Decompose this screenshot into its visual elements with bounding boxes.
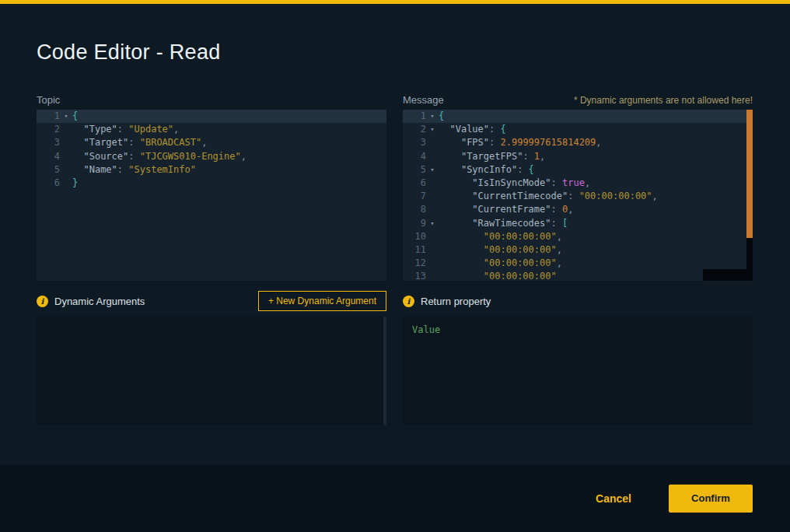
fold-arrow-icon[interactable]: ▾ (426, 110, 439, 123)
code-token: "00:00:00:00" (484, 271, 557, 281)
code-token: : (551, 218, 562, 229)
code-token: "00:00:00:00" (484, 244, 557, 255)
code-token: : (568, 191, 579, 201)
topic-section: Topic 1▾{2 "Type": "Update",3 "Target": … (37, 94, 386, 281)
code-line[interactable]: 5 "Name": "SystemInfo" (37, 163, 386, 177)
code-line[interactable]: 7 "CurrentTimecode": "00:00:00:00", (403, 190, 753, 203)
code-text: "RawTimecodes": [ (439, 217, 753, 230)
info-icon: i (37, 296, 48, 307)
code-line[interactable]: 11 "00:00:00:00", (403, 243, 753, 257)
code-text: "00:00:00:00", (439, 257, 753, 270)
code-token (439, 137, 461, 148)
code-token: [ (562, 218, 568, 229)
code-line[interactable]: 3 "FPS": 2.999997615814209, (403, 136, 753, 149)
fold-spacer (426, 136, 439, 149)
code-line[interactable]: 5▾ "SyncInfo": { (403, 163, 753, 177)
code-line[interactable]: 3 "Target": "BROADCAST", (37, 136, 386, 149)
dynamic-arguments-label: Dynamic Arguments (54, 296, 145, 307)
code-line[interactable]: 8 "CurrentFrame": 0, (403, 203, 753, 216)
code-token: , (201, 137, 207, 148)
code-token: : (551, 177, 562, 188)
cancel-button[interactable]: Cancel (591, 492, 636, 506)
code-line[interactable]: 9▾ "RawTimecodes": [ (403, 217, 753, 230)
fold-spacer (60, 177, 72, 190)
dynamic-arguments-header: i Dynamic Arguments + New Dynamic Argume… (37, 291, 386, 312)
code-text: "Value": { (439, 123, 753, 136)
message-code-editor[interactable]: 1▾{2▾ "Value": {3 "FPS": 2.9999976158142… (403, 110, 753, 281)
dynamic-arguments-note: * Dynamic arguments are not allowed here… (574, 95, 753, 106)
code-token: "IsInSyncMode" (472, 177, 551, 188)
fold-spacer (60, 136, 72, 149)
fold-arrow-icon[interactable]: ▾ (60, 110, 72, 123)
code-line[interactable]: 2 "Type": "Update", (37, 123, 386, 136)
dynamic-arguments-scrollbar[interactable] (383, 317, 386, 425)
code-token: , (652, 191, 658, 201)
code-token: : (128, 151, 139, 162)
fold-spacer (60, 163, 72, 177)
fold-spacer (426, 230, 439, 243)
line-number: 11 (403, 243, 426, 257)
line-number: 2 (37, 123, 60, 136)
code-line[interactable]: 13 "00:00:00:00" (403, 270, 753, 281)
fold-arrow-icon[interactable]: ▾ (426, 163, 439, 177)
topic-label: Topic (37, 94, 60, 106)
line-number: 4 (37, 150, 60, 163)
return-property-section: i Return property Value (403, 291, 753, 425)
code-token (439, 244, 484, 255)
code-token: "Type" (83, 124, 117, 135)
code-text: "CurrentFrame": 0, (439, 203, 753, 216)
confirm-button[interactable]: Confirm (669, 485, 753, 513)
fold-arrow-icon[interactable]: ▾ (426, 217, 439, 230)
code-text: } (72, 177, 386, 190)
code-line[interactable]: 10 "00:00:00:00", (403, 230, 753, 243)
line-number: 12 (403, 257, 426, 270)
return-property-panel[interactable]: Value (403, 317, 753, 425)
scrollbar-thumb[interactable] (746, 110, 753, 238)
code-token: : (489, 137, 500, 148)
code-text: { (72, 110, 386, 123)
line-number: 9 (403, 217, 426, 230)
code-token: , (557, 231, 562, 242)
code-line[interactable]: 6 "IsInSyncMode": true, (403, 177, 753, 190)
line-number: 5 (37, 163, 60, 177)
code-token: , (557, 257, 562, 268)
editor-vertical-scrollbar[interactable] (746, 110, 753, 281)
code-token: "00:00:00:00" (484, 257, 557, 268)
fold-spacer (426, 203, 439, 216)
code-token: "TargetFPS" (461, 151, 523, 162)
code-text: "TargetFPS": 1, (439, 150, 753, 163)
fold-arrow-icon[interactable]: ▾ (426, 123, 439, 136)
info-icon: i (403, 296, 414, 307)
code-token: "BROADCAST" (140, 137, 201, 148)
footer-bar: Cancel Confirm (0, 464, 790, 532)
code-token: : (117, 124, 128, 135)
code-token (439, 124, 449, 135)
code-line[interactable]: 4 "Source": "TJCGWS010-Engine", (37, 150, 386, 163)
code-token: "Source" (83, 151, 128, 162)
code-token (439, 151, 461, 162)
page-title: Code Editor - Read (37, 40, 221, 65)
dynamic-arguments-panel[interactable] (37, 317, 386, 425)
code-token: , (568, 204, 573, 215)
code-token: "00:00:00:00" (484, 231, 557, 242)
code-line[interactable]: 1▾{ (403, 110, 753, 123)
new-dynamic-argument-button[interactable]: + New Dynamic Argument (258, 291, 386, 311)
code-token: : (523, 151, 533, 162)
code-text: "Type": "Update", (72, 123, 386, 136)
code-line[interactable]: 4 "TargetFPS": 1, (403, 150, 753, 163)
code-token (72, 164, 83, 175)
code-text: "Target": "BROADCAST", (72, 136, 386, 149)
line-number: 5 (403, 163, 426, 177)
code-text: "CurrentTimecode": "00:00:00:00", (439, 190, 753, 203)
code-line[interactable]: 1▾{ (37, 110, 386, 123)
topic-code-editor[interactable]: 1▾{2 "Type": "Update",3 "Target": "BROAD… (37, 110, 386, 281)
code-line[interactable]: 6} (37, 177, 386, 190)
line-number: 2 (403, 123, 426, 136)
line-number: 6 (37, 177, 60, 190)
code-line[interactable]: 2▾ "Value": { (403, 123, 753, 136)
code-token: "TJCGWS010-Engine" (140, 151, 241, 162)
return-property-label: Return property (421, 296, 491, 307)
return-property-value: Value (412, 324, 440, 335)
code-line[interactable]: 12 "00:00:00:00", (403, 257, 753, 270)
code-token: "Value" (449, 124, 489, 135)
